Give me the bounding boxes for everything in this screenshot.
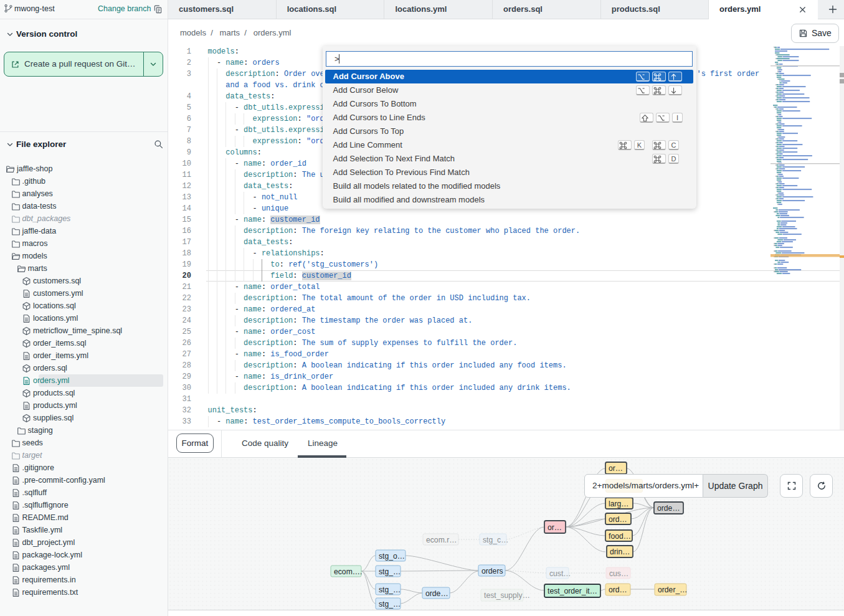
svg-text:ecom….: ecom….	[334, 567, 362, 576]
svg-text:or…: or…	[548, 523, 562, 532]
svg-text:stg_…: stg_…	[379, 585, 401, 594]
svg-text:order_…: order_…	[658, 585, 687, 594]
svg-text:cus…: cus…	[609, 569, 628, 578]
svg-text:test_order_it…: test_order_it…	[548, 587, 597, 595]
svg-text:stg_c…: stg_c…	[483, 536, 508, 544]
svg-text:ord…: ord…	[609, 585, 627, 594]
svg-text:ord…: ord…	[609, 515, 627, 524]
svg-text:ecom.r…: ecom.r…	[426, 536, 457, 544]
svg-text:test_supply…: test_supply…	[484, 591, 530, 600]
svg-text:stg_…: stg_…	[379, 600, 401, 609]
svg-text:food…: food…	[609, 532, 631, 541]
svg-text:orde…: orde…	[657, 504, 680, 513]
svg-text:stg_o…: stg_o…	[379, 552, 405, 561]
svg-text:drin…: drin…	[610, 547, 630, 556]
svg-text:or…: or…	[609, 464, 623, 473]
svg-text:stg_…: stg_…	[379, 567, 401, 576]
svg-text:orders: orders	[481, 567, 503, 576]
svg-text:larg…: larg…	[609, 500, 629, 508]
svg-text:cust…: cust…	[549, 569, 571, 578]
svg-text:orde…: orde…	[425, 589, 448, 598]
